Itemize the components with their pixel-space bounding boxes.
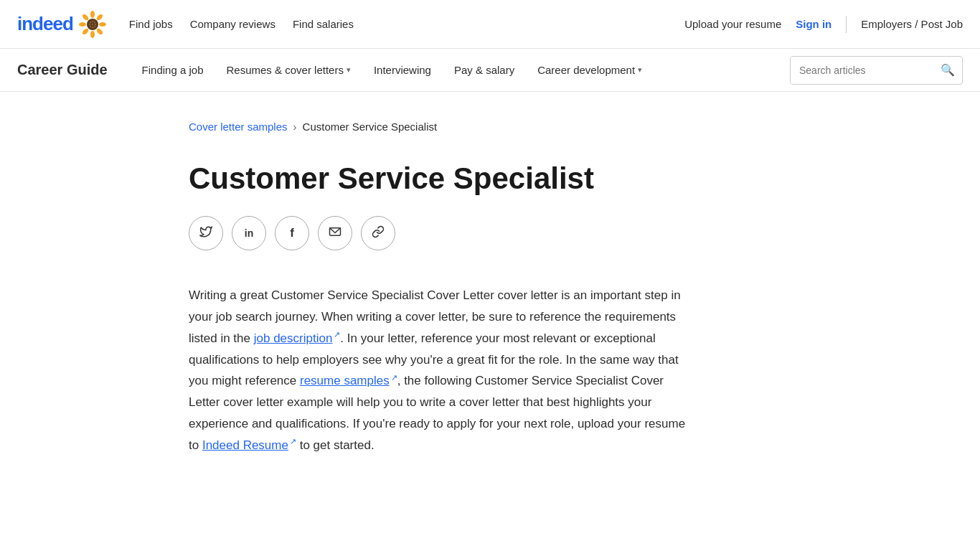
email-share-button[interactable] — [318, 216, 352, 250]
svg-point-2 — [99, 22, 106, 27]
resumes-chevron-icon: ▾ — [347, 65, 351, 75]
search-container: 🔍 — [790, 56, 963, 85]
indeed-logo[interactable]: indeed — [17, 11, 106, 38]
article-body: Writing a great Customer Service Special… — [189, 285, 691, 456]
interviewing-link[interactable]: Interviewing — [362, 49, 443, 92]
career-development-link[interactable]: Career development ▾ — [526, 49, 654, 92]
career-development-label: Career development — [537, 64, 635, 76]
facebook-icon: f — [290, 226, 294, 240]
breadcrumb-parent-link[interactable]: Cover letter samples — [189, 121, 288, 133]
link-icon — [372, 225, 385, 241]
resumes-cover-letters-link[interactable]: Resumes & cover letters ▾ — [215, 49, 362, 92]
svg-point-5 — [81, 27, 89, 35]
breadcrumb: Cover letter samples › Customer Service … — [189, 121, 791, 133]
svg-point-9 — [90, 21, 91, 22]
social-share: in f — [189, 216, 791, 250]
breadcrumb-separator: › — [293, 121, 297, 133]
resume-samples-link[interactable]: resume samples↗ — [300, 374, 397, 387]
resumes-cover-letters-label: Resumes & cover letters — [227, 64, 344, 76]
job-description-link[interactable]: job description↗ — [254, 331, 341, 345]
svg-point-7 — [81, 13, 89, 21]
top-nav-links: Find jobs Company reviews Find salaries — [129, 18, 684, 30]
svg-point-10 — [92, 20, 93, 22]
job-description-ext-icon: ↗ — [334, 328, 340, 342]
twitter-share-button[interactable] — [189, 216, 223, 250]
main-content: Cover letter samples › Customer Service … — [146, 92, 834, 499]
finding-a-job-link[interactable]: Finding a job — [131, 49, 215, 92]
upload-resume-link[interactable]: Upload your resume — [684, 18, 781, 30]
indeed-logo-text: indeed — [17, 13, 73, 35]
facebook-share-button[interactable]: f — [275, 216, 309, 250]
career-development-chevron-icon: ▾ — [638, 65, 642, 75]
resume-samples-ext-icon: ↗ — [391, 371, 397, 385]
body-final-text: to get started. — [296, 438, 374, 452]
svg-point-3 — [95, 27, 103, 35]
svg-point-11 — [94, 21, 95, 22]
svg-point-17 — [94, 25, 95, 27]
search-icon: 🔍 — [941, 63, 955, 77]
find-salaries-link[interactable]: Find salaries — [293, 18, 354, 30]
svg-point-0 — [90, 11, 95, 18]
search-input[interactable] — [791, 57, 933, 84]
svg-point-13 — [92, 23, 93, 24]
svg-point-14 — [95, 23, 96, 24]
copy-link-button[interactable] — [361, 216, 395, 250]
svg-point-1 — [95, 13, 103, 21]
career-guide-navigation: Career Guide Finding a job Resumes & cov… — [0, 49, 980, 92]
svg-point-12 — [89, 23, 90, 24]
linkedin-icon: in — [245, 227, 253, 239]
linkedin-share-button[interactable]: in — [232, 216, 266, 250]
article-title: Customer Service Specialist — [189, 161, 791, 196]
cg-nav-links: Finding a job Resumes & cover letters ▾ … — [131, 49, 790, 92]
svg-point-6 — [79, 22, 86, 27]
svg-point-16 — [92, 26, 93, 27]
twitter-icon — [199, 225, 212, 241]
indeed-resume-ext-icon: ↗ — [290, 435, 296, 448]
sign-in-button[interactable]: Sign in — [796, 18, 831, 30]
top-navigation: indeed Find jobs Company revie — [0, 0, 980, 49]
svg-point-15 — [90, 25, 91, 27]
pay-salary-link[interactable]: Pay & salary — [443, 49, 526, 92]
search-button[interactable]: 🔍 — [933, 57, 962, 84]
article-paragraph: Writing a great Customer Service Special… — [189, 285, 691, 456]
breadcrumb-current: Customer Service Specialist — [303, 121, 438, 133]
find-jobs-link[interactable]: Find jobs — [129, 18, 173, 30]
employers-link[interactable]: Employers / Post Job — [861, 18, 963, 30]
email-icon — [329, 227, 341, 240]
company-reviews-link[interactable]: Company reviews — [190, 18, 275, 30]
career-guide-title: Career Guide — [17, 62, 108, 78]
nav-divider — [846, 16, 847, 33]
svg-point-4 — [90, 31, 95, 38]
top-nav-right: Upload your resume Sign in Employers / P… — [684, 16, 963, 33]
sunflower-icon — [79, 11, 106, 38]
indeed-resume-link[interactable]: Indeed Resume↗ — [202, 438, 296, 452]
